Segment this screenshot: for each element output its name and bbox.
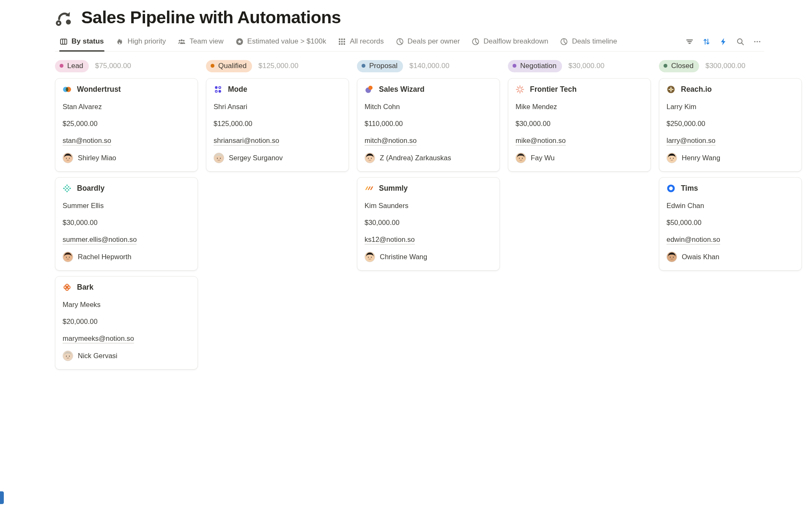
deal-amount: $250,000.00 [667,120,794,128]
boardly-logo-icon [63,184,71,193]
card-title-row: Boardly [63,184,190,193]
status-pill-negotiation[interactable]: Negotiation [508,60,562,72]
tab-team-view[interactable]: Team view [173,33,228,51]
email-row: mike@notion.so [516,137,643,145]
column-total: $140,000.00 [409,62,450,70]
more-button[interactable] [750,35,764,48]
owner-name: Christine Wang [380,253,427,261]
card-mode[interactable]: ModeShri Ansari$125,000.00shriansari@not… [206,78,349,172]
contact-name: Kim Saunders [365,202,492,210]
status-dot [362,64,365,68]
owner-row: Rachel Hepworth [63,252,190,262]
deal-amount: $20,000.00 [63,318,190,326]
owner-avatar [63,351,73,361]
owner-row: Owais Khan [667,252,794,262]
contact-name: Summer Ellis [63,202,190,210]
card-bark[interactable]: BarkMary Meeks$20,000.00marymeeks@notion… [55,276,198,370]
status-dot [513,64,516,68]
people-icon [178,38,186,46]
card-reach-io[interactable]: Reach.ioLarry Kim$250,000.00larry@notion… [659,78,802,172]
owner-avatar [63,252,73,262]
contact-name: Edwin Chan [667,202,794,210]
tab-deals-timeline[interactable]: Deals timeline [555,33,622,51]
contact-name: Shri Ansari [214,103,341,111]
board-column-closed: Closed$300,000.00Reach.ioLarry Kim$250,0… [659,60,802,375]
grid-icon [338,38,346,46]
wondertrust-logo-icon [63,85,71,94]
tab-all-records[interactable]: All records [333,33,388,51]
owner-name: Sergey Surganov [229,154,283,162]
tab-deals-per-owner[interactable]: Deals per owner [391,33,465,51]
tab-label: High priority [128,37,166,46]
email-row: marymeeks@notion.so [63,334,190,343]
card-boardly[interactable]: BoardlySummer Ellis$30,000.00summer.elli… [55,177,198,271]
email-link[interactable]: shriansari@notion.so [214,137,279,145]
column-total: $30,000.00 [568,62,604,70]
deal-amount: $110,000.00 [365,120,492,128]
deal-amount: $50,000.00 [667,219,794,227]
filter-button[interactable] [683,35,696,48]
deal-amount: $30,000.00 [516,120,643,128]
board-column-negotiation: Negotiation$30,000.00Frontier TechMike M… [508,60,651,375]
card-title-row: Tims [667,184,794,193]
owner-row: Fay Wu [516,153,643,163]
email-link[interactable]: larry@notion.so [667,137,716,145]
card-frontier-tech[interactable]: Frontier TechMike Mendez$30,000.00mike@n… [508,78,651,172]
status-label: Qualified [218,62,247,70]
email-row: shriansari@notion.so [214,137,341,145]
frontier-tech-logo-icon [516,85,524,94]
pie-icon [472,38,480,46]
tab-label: Estimated value > $100k [247,37,326,46]
tab-dealflow-breakdown[interactable]: Dealflow breakdown [467,33,553,51]
owner-name: Nick Gervasi [78,352,118,360]
column-header: Proposal$140,000.00 [357,60,500,72]
search-icon [736,38,744,46]
tab-estimated-value-100k[interactable]: Estimated value > $100k [231,33,331,51]
card-wondertrust[interactable]: WondertrustStan Alvarez$25,000.00stan@no… [55,78,198,172]
owner-row: Christine Wang [365,252,492,262]
status-label: Lead [67,62,83,70]
status-pill-qualified[interactable]: Qualified [206,60,252,72]
owner-avatar [63,153,73,163]
more-icon [753,38,761,46]
owner-avatar [365,252,375,262]
company-name: Reach.io [681,85,712,94]
email-link[interactable]: mitch@notion.so [365,137,417,145]
page-header: Sales Pipeline with Automations [55,8,812,27]
bark-logo-icon [63,283,71,292]
owner-row: Nick Gervasi [63,351,190,361]
status-pill-lead[interactable]: Lead [55,60,89,72]
company-name: Tims [681,184,698,193]
search-button[interactable] [733,35,747,48]
automations-button[interactable] [716,35,730,48]
card-title-row: Bark [63,283,190,292]
tab-label: All records [350,37,384,46]
card-sales-wizard[interactable]: Sales WizardMitch Cohn$110,000.00mitch@n… [357,78,500,172]
email-link[interactable]: edwin@notion.so [667,236,720,244]
column-header: Closed$300,000.00 [659,60,802,72]
email-link[interactable]: summer.ellis@notion.so [63,236,137,244]
tab-by-status[interactable]: By status [55,33,109,51]
status-pill-closed[interactable]: Closed [659,60,699,72]
owner-avatar [667,252,677,262]
owner-row: Z (Andrea) Zarkauskas [365,153,492,163]
deal-amount: $125,000.00 [214,120,341,128]
view-toolbar [683,35,764,51]
email-link[interactable]: mike@notion.so [516,137,566,145]
reach-io-logo-icon [667,85,675,94]
card-title-row: Summly [365,184,492,193]
tab-high-priority[interactable]: High priority [111,33,171,51]
owner-avatar [516,153,526,163]
tab-label: Dealflow breakdown [483,37,548,46]
email-link[interactable]: ks12@notion.so [365,236,415,244]
star-icon [236,38,244,46]
email-link[interactable]: marymeeks@notion.so [63,334,134,343]
status-pill-proposal[interactable]: Proposal [357,60,403,72]
sort-button[interactable] [700,35,713,48]
email-link[interactable]: stan@notion.so [63,137,111,145]
company-name: Wondertrust [77,85,121,94]
card-summly[interactable]: SummlyKim Saunders$30,000.00ks12@notion.… [357,177,500,271]
owner-avatar [365,153,375,163]
card-tims[interactable]: TimsEdwin Chan$50,000.00edwin@notion.soO… [659,177,802,271]
pie-icon [396,38,404,46]
